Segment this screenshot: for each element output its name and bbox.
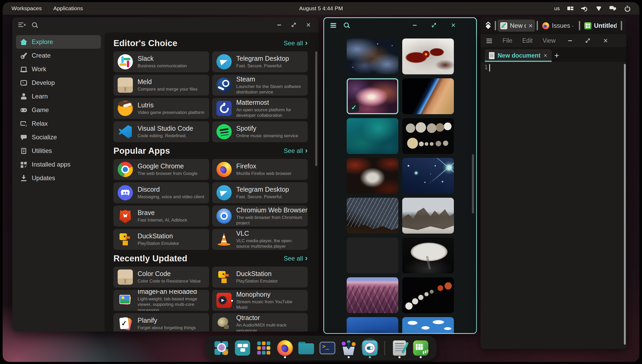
- sidebar-item-work[interactable]: Work: [16, 62, 101, 76]
- see-all-button[interactable]: See all: [284, 40, 308, 47]
- dock-item-spreadsheet[interactable]: [412, 338, 430, 359]
- sidebar-item-develop[interactable]: Develop: [16, 76, 101, 90]
- close-button[interactable]: [449, 21, 458, 30]
- editor-menu-item[interactable]: View: [543, 37, 556, 44]
- dock-item-text-editor[interactable]: [391, 338, 409, 359]
- scrollbar-thumb[interactable]: [472, 154, 474, 213]
- clock[interactable]: August 5 4:44 PM: [299, 5, 343, 12]
- dock-item-software-installer[interactable]: [340, 338, 358, 359]
- tiling-icon[interactable]: [567, 5, 574, 12]
- sidebar-item-learn[interactable]: Learn: [16, 90, 101, 103]
- app-card[interactable]: Google Chrome The web browser from Googl…: [113, 159, 209, 180]
- stacked-layout-icon[interactable]: [484, 22, 492, 30]
- topbar-menu[interactable]: Applications: [53, 5, 83, 12]
- editor-menu-item[interactable]: Edit: [522, 37, 533, 44]
- app-card[interactable]: Mattermost An open source platform for d…: [212, 98, 308, 119]
- tab-close-icon[interactable]: ×: [544, 52, 547, 59]
- wallpaper-lunar-eclipse-phases[interactable]: [402, 277, 454, 313]
- sidebar-item-game[interactable]: Game: [16, 103, 101, 117]
- window-tab[interactable]: Untitled 1 ×: [582, 20, 619, 32]
- app-card[interactable]: Spotify Online music streaming service: [212, 121, 308, 142]
- sidebar-item-installed-apps[interactable]: Installed apps: [16, 158, 101, 171]
- wallpaper-glass-triangles[interactable]: [347, 238, 398, 273]
- wallpaper-radio-telescope[interactable]: [402, 238, 454, 273]
- volume-icon[interactable]: [581, 5, 588, 12]
- close-button[interactable]: [601, 36, 610, 45]
- dock-item-workspace-switcher[interactable]: [234, 338, 252, 359]
- app-card[interactable]: Color Code Color Code to Resistance Valu…: [113, 267, 209, 288]
- power-icon[interactable]: [624, 5, 630, 12]
- app-card[interactable]: Firefox Mozilla Firefox web browser: [212, 159, 308, 180]
- dock-item-firefox[interactable]: [276, 338, 294, 359]
- document-tab[interactable]: New document ×: [485, 49, 552, 62]
- see-all-button[interactable]: See all: [284, 147, 308, 155]
- see-all-button[interactable]: See all: [284, 255, 308, 262]
- search-icon[interactable]: [343, 22, 350, 29]
- dock-item-terminal[interactable]: [319, 338, 336, 359]
- app-card[interactable]: Lutris Video game preservation platform: [113, 98, 209, 119]
- wallpaper-tarantula-nebula[interactable]: [347, 158, 398, 194]
- sidebar-item-socialize[interactable]: Socialize: [16, 130, 101, 144]
- app-card[interactable]: Telegram Desktop Fast. Secure. Powerful.: [212, 51, 308, 72]
- app-card[interactable]: Telegram Desktop Fast. Secure. Powerful.: [212, 182, 308, 203]
- maximize-button[interactable]: [289, 20, 298, 29]
- menu-icon[interactable]: [486, 37, 493, 44]
- app-card[interactable]: VLC VLC media player, the open-source mu…: [212, 229, 308, 250]
- minimize-button[interactable]: [565, 36, 574, 45]
- wallpaper-galactic-dust-map[interactable]: [402, 38, 454, 74]
- app-card[interactable]: ImageFan Reloaded Light-weight, tab-base…: [113, 290, 209, 311]
- minimize-button[interactable]: [275, 20, 284, 29]
- sidebar-item-relax[interactable]: Relax: [16, 117, 101, 130]
- minimize-button[interactable]: [410, 21, 419, 30]
- sidebar-item-create[interactable]: Create: [16, 49, 101, 62]
- app-card[interactable]: Meld Compare and merge your files: [113, 75, 209, 96]
- wifi-icon[interactable]: [595, 5, 602, 12]
- dock-item-settings[interactable]: [361, 338, 379, 359]
- wallpaper-magellanic-nebula[interactable]: [347, 38, 398, 74]
- dock-item-file-manager[interactable]: [297, 338, 315, 359]
- keyboard-layout-indicator[interactable]: us: [554, 5, 560, 12]
- wallpaper-star-diffraction-spikes[interactable]: [402, 158, 454, 194]
- app-card[interactable]: Brave Fast Internet, AI, Adblock: [113, 206, 209, 227]
- close-button[interactable]: [304, 20, 313, 29]
- wallpaper-earth-horizon[interactable]: [402, 78, 454, 114]
- wallpaper-blue-gradient[interactable]: [347, 317, 398, 334]
- wallpaper-orion-nebula[interactable]: [347, 78, 398, 114]
- app-card[interactable]: Monophony Stream music from YouTube Musi…: [212, 290, 308, 311]
- app-card[interactable]: Planify Forget about forgetting things: [113, 313, 209, 332]
- maximize-button[interactable]: [583, 36, 592, 45]
- menu-icon[interactable]: [330, 22, 337, 29]
- new-tab-button[interactable]: [552, 49, 562, 62]
- maximize-button[interactable]: [429, 21, 438, 30]
- wallpaper-moon-collage[interactable]: [402, 118, 454, 154]
- editor-menu-item[interactable]: File: [503, 37, 512, 44]
- window-tab[interactable]: New docu ×: [498, 20, 535, 32]
- scrollbar-thumb[interactable]: [315, 51, 317, 166]
- app-card[interactable]: Visual Studio Code Code editing. Redefin…: [113, 121, 209, 142]
- app-card[interactable]: Slack Business communication: [113, 51, 209, 72]
- sidebar-item-utilities[interactable]: Utilities: [16, 144, 101, 158]
- search-icon[interactable]: [31, 21, 38, 29]
- app-card[interactable]: Qtractor An Audio/MIDI multi-track seque…: [212, 313, 308, 332]
- app-card[interactable]: DuckStation PlayStation Emulator: [113, 229, 209, 250]
- wallpaper-star-trails[interactable]: [347, 198, 398, 234]
- editor-text-area[interactable]: 1: [481, 62, 626, 349]
- app-card[interactable]: DuckStation PlayStation Emulator: [212, 267, 308, 288]
- wallpaper-monument-valley[interactable]: [402, 317, 454, 334]
- sidebar-item-updates[interactable]: Updates: [16, 171, 101, 185]
- scrollbar-thumb[interactable]: [624, 64, 626, 345]
- app-card[interactable]: Chromium Web Browser The web browser fro…: [212, 206, 308, 227]
- dock-item-app-grid[interactable]: [255, 338, 273, 359]
- tab-close-icon[interactable]: ×: [529, 22, 532, 29]
- wallpaper-teal-aurora[interactable]: [347, 118, 398, 154]
- topbar-menu[interactable]: Workspaces: [12, 5, 42, 12]
- wallpaper-snowy-peaks[interactable]: [402, 198, 454, 234]
- notifications-icon[interactable]: [610, 5, 616, 12]
- app-card[interactable]: Discord Messaging, voice and video clien…: [113, 182, 209, 203]
- sidebar-item-explore[interactable]: Explore: [16, 35, 101, 49]
- window-tab[interactable]: Issues · p ×: [540, 20, 577, 32]
- sidebar-collapse-icon[interactable]: [18, 21, 25, 29]
- app-card[interactable]: Steam Launcher for the Steam software di…: [212, 75, 308, 96]
- dock-item-app-finder[interactable]: [213, 338, 230, 359]
- wallpaper-grand-canyon[interactable]: [347, 277, 398, 313]
